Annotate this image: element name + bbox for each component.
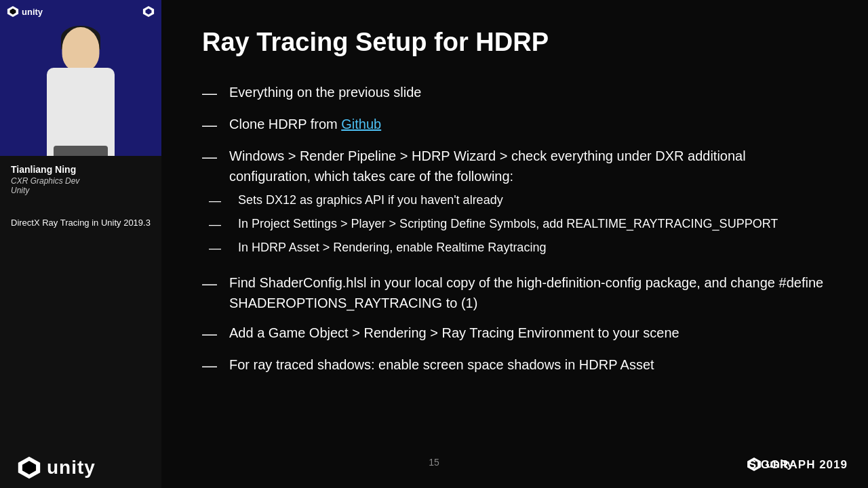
presenter-laptop xyxy=(54,146,108,156)
dash-1: — xyxy=(202,82,222,104)
unity-icon-photo2 xyxy=(142,5,155,18)
photo-unity-logo-overlay: unity xyxy=(7,5,43,18)
bullet-item-3: — Windows > Render Pipeline > HDRP Wizar… xyxy=(202,146,827,263)
sidebar: unity Tianliang Ning CXR Graphics Dev Un… xyxy=(0,0,161,488)
sub-text-3-3: In HDRP Asset > Rendering, enable Realti… xyxy=(238,239,546,256)
presenter-head xyxy=(62,27,100,71)
bullet-text-4: Find ShaderConfig.hlsl in your local cop… xyxy=(229,272,827,313)
bullet-text-5: Add a Game Object > Rendering > Ray Trac… xyxy=(229,323,679,343)
sub-bullet-3-3: — In HDRP Asset > Rendering, enable Real… xyxy=(209,239,778,258)
bullet-item-2: — Clone HDRP from Github xyxy=(202,114,827,136)
siggraph-label: SIGGRAPH 2019 xyxy=(749,458,848,472)
photo-unity-text: unity xyxy=(22,7,43,17)
bullet-text-1: Everything on the previous slide xyxy=(229,82,422,102)
presenter-figure xyxy=(37,20,125,156)
dash-2: — xyxy=(202,114,222,136)
bullet-text-6: For ray traced shadows: enable screen sp… xyxy=(229,354,654,375)
dash-4: — xyxy=(202,272,222,295)
github-link[interactable]: Github xyxy=(341,117,381,131)
dash-5: — xyxy=(202,323,222,345)
sub-bullet-3-1: — Sets DX12 as graphics API if you haven… xyxy=(209,192,778,210)
sub-text-3-2: In Project Settings > Player > Scripting… xyxy=(238,216,778,232)
presenter-body xyxy=(47,68,115,156)
bullet-text-2: Clone HDRP from Github xyxy=(229,114,381,134)
sub-dash-3-2: — xyxy=(209,216,233,234)
slide-title: Ray Tracing Setup for HDRP xyxy=(202,27,827,58)
bottom-left-unity-logo: unity xyxy=(17,455,96,480)
presenter-name: Tianliang Ning xyxy=(11,164,151,175)
sub-dash-3-1: — xyxy=(209,192,233,210)
dash-6: — xyxy=(202,354,222,377)
bullet-item-4: — Find ShaderConfig.hlsl in your local c… xyxy=(202,272,827,313)
bullet-text-3: Windows > Render Pipeline > HDRP Wizard … xyxy=(229,146,827,186)
page-number: 15 xyxy=(429,457,439,468)
presenter-photo: unity xyxy=(0,0,161,156)
bullet-item-1: — Everything on the previous slide xyxy=(202,82,827,104)
bottom-unity-text: unity xyxy=(47,457,96,479)
bullet-list: — Everything on the previous slide — Clo… xyxy=(202,82,827,377)
bullet-item-6: — For ray traced shadows: enable screen … xyxy=(202,354,827,377)
sub-bullet-3-2: — In Project Settings > Player > Scripti… xyxy=(209,216,778,234)
unity-icon-photo xyxy=(7,5,19,18)
unity-logo-icon-bottom xyxy=(17,455,41,480)
photo-unity-logo2-overlay xyxy=(142,5,155,18)
presenter-company: Unity xyxy=(11,186,151,195)
sub-list-3: — Sets DX12 as graphics API if you haven… xyxy=(209,192,778,263)
sub-text-3-1: Sets DX12 as graphics API if you haven't… xyxy=(238,192,503,209)
presentation-title: DirectX Ray Tracing in Unity 2019.3 xyxy=(0,217,161,229)
main-content: Ray Tracing Setup for HDRP — Everything … xyxy=(161,0,868,488)
bullet-item-5: — Add a Game Object > Rendering > Ray Tr… xyxy=(202,323,827,345)
presenter-info: Tianliang Ning CXR Graphics Dev Unity xyxy=(0,156,161,203)
sub-dash-3-3: — xyxy=(209,239,233,258)
presenter-role: CXR Graphics Dev xyxy=(11,176,151,186)
dash-3: — xyxy=(202,146,222,168)
